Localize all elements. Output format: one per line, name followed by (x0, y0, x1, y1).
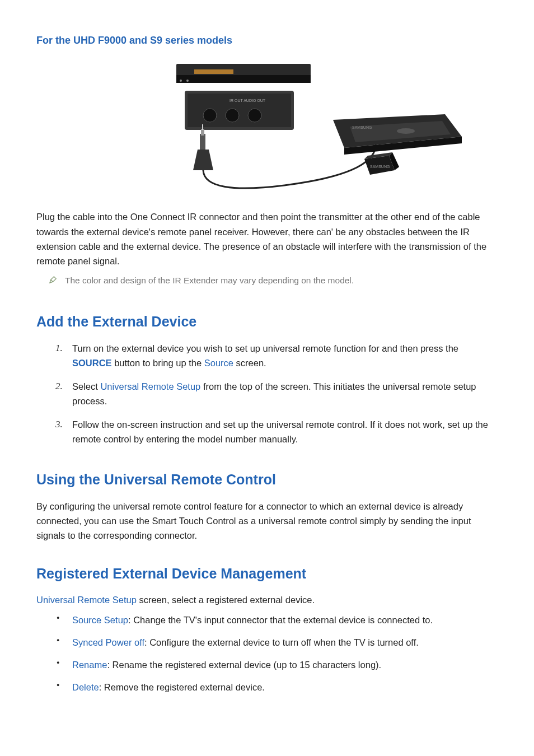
subheading: For the UHD F9000 and S9 series models (36, 32, 498, 48)
keyword-source-screen: Source (204, 358, 233, 368)
text-run: : Rename the registered external device … (107, 660, 381, 670)
svg-text:IR OUT   AUDIO OUT: IR OUT AUDIO OUT (229, 99, 266, 102)
svg-point-8 (203, 109, 217, 122)
keyword-rename: Rename (72, 660, 107, 670)
section-registered-device-management: Registered External Device Management Un… (36, 563, 498, 695)
keyword-universal-remote-setup: Universal Remote Setup (36, 595, 137, 605)
text-run: Select (72, 381, 100, 391)
list-item: Source Setup: Change the TV's input conn… (55, 613, 498, 627)
svg-text:SAMSUNG: SAMSUNG (370, 165, 390, 169)
section-uhd-models: For the UHD F9000 and S9 series models I… (36, 32, 498, 287)
keyword-synced-power-off: Synced Power off (72, 637, 144, 647)
keyword-source-button: SOURCE (72, 358, 112, 368)
text-run: : Configure the external device to turn … (144, 637, 419, 647)
svg-rect-2 (194, 69, 233, 74)
body-text: By configuring the universal remote cont… (36, 499, 498, 543)
svg-rect-1 (176, 75, 311, 83)
keyword-source-setup: Source Setup (72, 615, 128, 625)
svg-point-18 (397, 128, 415, 134)
section-add-external-device: Add the External Device Turn on the exte… (36, 311, 498, 446)
note-text: The color and design of the IR Extender … (65, 274, 354, 287)
list-item: Rename: Rename the registered external d… (55, 657, 498, 672)
ir-extender-diagram: IR OUT AUDIO OUT SAMSUNG (109, 58, 467, 198)
text-run: Turn on the external device you wish to … (72, 343, 458, 353)
text-run: screen, select a registered external dev… (137, 595, 315, 605)
step-item: Select Universal Remote Setup from the t… (55, 379, 498, 408)
keyword-delete: Delete (72, 682, 99, 692)
heading: Add the External Device (36, 311, 498, 333)
note: The color and design of the IR Extender … (49, 274, 498, 287)
svg-point-9 (226, 109, 239, 122)
svg-text:SAMSUNG: SAMSUNG (352, 125, 372, 129)
bullet-list: Source Setup: Change the TV's input conn… (55, 613, 498, 694)
keyword-universal-remote-setup: Universal Remote Setup (100, 381, 200, 391)
svg-marker-14 (193, 150, 213, 170)
ordered-steps: Turn on the external device you wish to … (55, 341, 498, 446)
body-text: Plug the cable into the One Connect IR c… (36, 209, 498, 268)
list-item: Synced Power off: Configure the external… (55, 635, 498, 650)
text-run: screen. (233, 358, 266, 368)
list-item: Delete: Remove the registered external d… (55, 680, 498, 694)
section-using-universal-remote: Using the Universal Remote Control By co… (36, 469, 498, 543)
text-run: : Remove the registered external device. (99, 682, 265, 692)
intro-text: Universal Remote Setup screen, select a … (36, 592, 498, 607)
step-item: Turn on the external device you wish to … (55, 341, 498, 370)
svg-point-10 (248, 109, 261, 122)
text-run: Follow the on-screen instruction and set… (72, 419, 488, 444)
text-run: button to bring up the (112, 358, 204, 368)
svg-point-3 (180, 80, 182, 82)
heading: Using the Universal Remote Control (36, 469, 498, 491)
svg-rect-13 (202, 124, 203, 130)
pencil-icon (49, 274, 57, 284)
svg-point-4 (186, 80, 189, 82)
heading: Registered External Device Management (36, 563, 498, 585)
text-run: : Change the TV's input connector that t… (128, 615, 433, 625)
svg-rect-11 (200, 134, 205, 150)
step-item: Follow the on-screen instruction and set… (55, 417, 498, 446)
